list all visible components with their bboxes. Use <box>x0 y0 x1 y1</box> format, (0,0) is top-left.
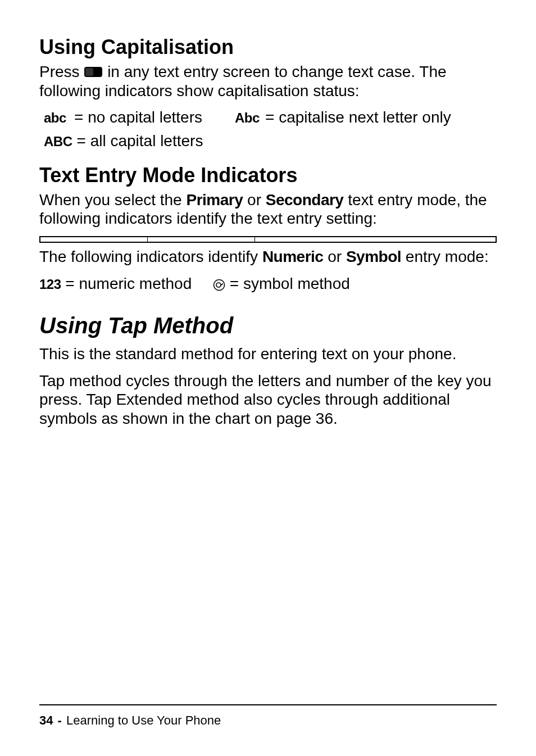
indicator-abc: abc <box>44 110 70 126</box>
numsym-pre: The following indicators identify <box>39 248 262 265</box>
footer-title: Learning to Use Your Phone <box>66 713 221 727</box>
table-header-row <box>40 237 496 242</box>
numsym-symbol-bold: Symbol <box>346 248 401 265</box>
tap-para1: This is the standard method for entering… <box>39 345 497 364</box>
indicator-123: 123 <box>39 277 61 293</box>
at-icon <box>213 274 225 293</box>
th-primary <box>40 237 148 242</box>
heading-using-capitalisation: Using Capitalisation <box>39 35 497 59</box>
footer-rule <box>39 704 497 705</box>
numsym-intro-para: The following indicators identify Numeri… <box>39 247 497 266</box>
cap-intro-para: Press in any text entry screen to change… <box>39 62 497 100</box>
indicator-Abc: Abc <box>235 110 261 126</box>
th-description <box>255 237 497 242</box>
numsym-post: entry mode: <box>401 248 489 265</box>
th-secondary <box>148 237 255 242</box>
cap-ABC-text: = all capital letters <box>77 132 203 151</box>
modes-intro-para: When you select the Primary or Secondary… <box>39 191 497 228</box>
num-text: = numeric method <box>65 275 192 292</box>
key-icon <box>84 66 103 78</box>
modes-secondary-bold: Secondary <box>266 191 344 209</box>
page-number: 34 <box>39 713 53 727</box>
tap-para2: Tap method cycles through the letters an… <box>39 372 497 428</box>
cap-status-grid: abc = no capital letters Abc = capitalis… <box>44 108 497 150</box>
numsym-line: 123 = numeric method = symbol method <box>39 274 497 293</box>
heading-text-entry-mode-indicators: Text Entry Mode Indicators <box>39 163 497 187</box>
indicator-ABC: ABC <box>44 134 72 150</box>
cap-Abc-text: = capitalise next letter only <box>265 108 451 127</box>
cap-intro-pre: Press <box>39 63 84 80</box>
modes-mid: or <box>243 191 265 209</box>
numsym-mid: or <box>323 248 346 265</box>
page-footer: 34 - Learning to Use Your Phone <box>39 713 221 728</box>
sym-text: = symbol method <box>230 275 350 292</box>
footer-sep: - <box>58 713 62 727</box>
numsym-numeric-bold: Numeric <box>262 248 324 265</box>
cap-abc-text: = no capital letters <box>74 108 202 127</box>
indicator-table <box>39 236 497 243</box>
modes-pre: When you select the <box>39 191 186 209</box>
modes-primary-bold: Primary <box>186 191 243 209</box>
heading-using-tap-method: Using Tap Method <box>39 312 497 339</box>
